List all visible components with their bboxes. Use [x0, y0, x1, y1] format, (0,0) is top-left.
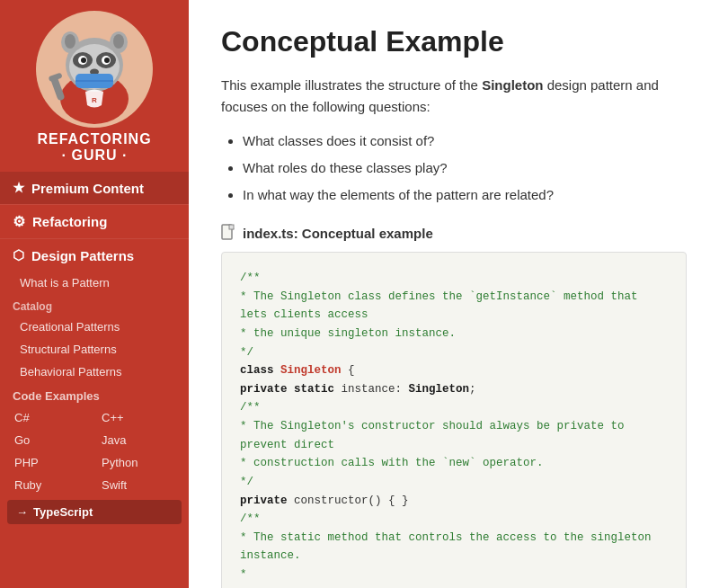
sidebar-item-creational[interactable]: Creational Patterns	[0, 316, 189, 338]
sidebar-item-python[interactable]: Python	[94, 451, 182, 474]
code-line: */	[240, 473, 668, 492]
code-line: * This implementation let you subclass t…	[240, 584, 668, 588]
typescript-label: TypeScript	[33, 505, 93, 519]
what-is-pattern-label: What is a Pattern	[20, 276, 110, 290]
sidebar-item-behavioral[interactable]: Behavioral Patterns	[0, 361, 189, 383]
code-line: * the unique singleton instance.	[240, 325, 668, 343]
svg-point-6	[113, 34, 124, 49]
page-title: Conceptual Example	[221, 25, 687, 58]
code-examples-grid: C# C++ Go Java PHP Python Ruby Swift	[0, 406, 189, 496]
raccoon-mascot: R	[36, 11, 153, 128]
sidebar-item-refactoring[interactable]: ⚙ Refactoring	[0, 204, 189, 238]
svg-point-5	[65, 34, 75, 49]
behavioral-label: Behavioral Patterns	[20, 365, 121, 379]
design-patterns-label: Design Patterns	[31, 248, 134, 263]
brand-line2: · GURU ·	[37, 147, 151, 164]
sidebar: R REFACTORING · GURU · ★ Premium Content…	[0, 0, 189, 588]
sidebar-logo: R REFACTORING · GURU ·	[0, 0, 189, 172]
intro-paragraph: This example illustrates the structure o…	[221, 75, 687, 118]
creational-label: Creational Patterns	[20, 320, 120, 334]
file-icon	[221, 224, 235, 243]
star-icon: ★	[13, 180, 24, 196]
sidebar-brand: REFACTORING · GURU ·	[37, 131, 151, 163]
svg-rect-21	[229, 225, 234, 229]
premium-content-item[interactable]: ★ Premium Content	[0, 172, 189, 204]
main-content: Conceptual Example This example illustra…	[189, 0, 719, 588]
sidebar-item-typescript-active[interactable]: → TypeScript	[7, 500, 182, 524]
design-patterns-icon: ⬡	[13, 247, 24, 263]
svg-point-12	[81, 58, 86, 63]
code-examples-title: Code Examples	[0, 383, 189, 406]
code-line: class Singleton {	[240, 361, 668, 380]
code-line: * The static method that controls the ac…	[240, 529, 668, 566]
sidebar-item-csharp[interactable]: C#	[7, 406, 94, 429]
sidebar-item-go[interactable]: Go	[7, 429, 94, 451]
code-line: *	[240, 566, 668, 584]
code-line: */	[240, 343, 668, 362]
brand-line1: REFACTORING	[37, 131, 151, 147]
file-label: index.ts: Conceptual example	[221, 224, 687, 243]
bullet-item-2: What roles do these classes play?	[243, 157, 687, 179]
refactoring-icon: ⚙	[13, 213, 25, 230]
sidebar-item-php[interactable]: PHP	[7, 451, 94, 474]
sidebar-item-structural[interactable]: Structural Patterns	[0, 338, 189, 361]
file-label-text: index.ts: Conceptual example	[243, 226, 433, 241]
structural-label: Structural Patterns	[20, 343, 117, 356]
svg-text:R: R	[92, 96, 97, 104]
sidebar-item-java[interactable]: Java	[94, 429, 182, 451]
sidebar-item-cpp[interactable]: C++	[94, 406, 182, 429]
bullet-item-1: What classes does it consist of?	[243, 130, 687, 152]
code-line: /**	[240, 510, 668, 529]
sidebar-item-swift[interactable]: Swift	[94, 474, 182, 496]
svg-point-13	[104, 58, 110, 63]
arrow-icon: →	[16, 505, 28, 519]
code-line: * The Singleton class defines the `getIn…	[240, 288, 668, 325]
premium-label: Premium Content	[31, 181, 144, 196]
code-content: /** * The Singleton class defines the `g…	[240, 269, 668, 588]
code-line: private constructor() { }	[240, 492, 668, 511]
code-line: * construction calls with the `new` oper…	[240, 454, 668, 473]
code-line: * The Singleton's constructor should alw…	[240, 417, 668, 454]
code-line: /**	[240, 398, 668, 417]
code-line: private static instance: Singleton;	[240, 380, 668, 399]
sidebar-item-design-patterns[interactable]: ⬡ Design Patterns	[0, 238, 189, 272]
intro-bold: Singleton	[482, 77, 543, 93]
bullet-item-3: In what way the elements of the pattern …	[243, 184, 687, 206]
refactoring-label: Refactoring	[32, 214, 107, 229]
sidebar-item-what-is-pattern[interactable]: What is a Pattern	[0, 272, 189, 294]
code-line: /**	[240, 269, 668, 288]
code-block[interactable]: /** * The Singleton class defines the `g…	[221, 252, 687, 588]
bullet-list: What classes does it consist of? What ro…	[221, 130, 687, 206]
sidebar-item-ruby[interactable]: Ruby	[7, 474, 94, 496]
sidebar-catalog-title: Catalog	[0, 294, 189, 316]
intro-text-before: This example illustrates the structure o…	[221, 77, 482, 93]
